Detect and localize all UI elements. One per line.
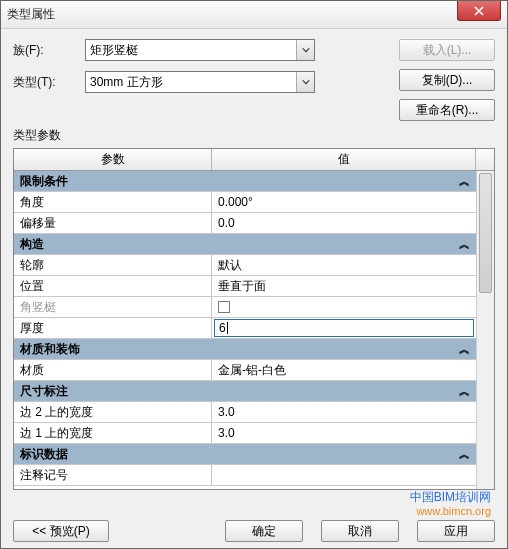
type-combo[interactable]: 30mm 正方形 [85,71,315,93]
group-constraints[interactable]: 限制条件 ︽ [14,171,476,192]
grid-header: 参数 值 [14,149,494,171]
row-thickness[interactable]: 厚度 6 [14,318,476,339]
chevron-down-icon [296,72,314,92]
watermark: 中国BIM培训网 www.bimcn.org [410,490,491,518]
header-scroll-spacer [476,149,494,170]
dialog-body: 族(F): 矩形竖梃 类型(T): 30mm 正方形 载入(L)... 复制( [1,29,507,490]
titlebar[interactable]: 类型属性 [1,1,507,29]
row-material[interactable]: 材质 金属-铝-白色 [14,360,476,381]
group-identity[interactable]: 标识数据 ︽ [14,444,476,465]
family-combo[interactable]: 矩形竖梃 [85,39,315,61]
ok-button[interactable]: 确定 [225,520,303,542]
type-label: 类型(T): [13,74,85,91]
collapse-icon: ︽ [459,237,470,252]
cancel-button[interactable]: 取消 [321,520,399,542]
row-offset[interactable]: 偏移量 0.0 [14,213,476,234]
corner-mullion-checkbox [218,301,230,313]
preview-button[interactable]: << 预览(P) [13,520,109,542]
rename-button[interactable]: 重命名(R)... [399,99,495,121]
family-combo-text: 矩形竖梃 [90,42,138,59]
load-button: 载入(L)... [399,39,495,61]
row-profile[interactable]: 轮廓 默认 [14,255,476,276]
group-construction[interactable]: 构造 ︽ [14,234,476,255]
row-keynote[interactable]: 注释记号 [14,465,476,486]
dialog-footer: << 预览(P) 确定 取消 应用 [1,520,507,542]
thickness-input[interactable]: 6 [214,319,474,337]
close-button[interactable] [457,1,501,21]
chevron-down-icon [296,40,314,60]
duplicate-button[interactable]: 复制(D)... [399,69,495,91]
header-param[interactable]: 参数 [14,149,212,170]
scrollbar-thumb[interactable] [479,173,492,293]
type-properties-dialog: 类型属性 族(F): 矩形竖梃 类型(T): 30mm 正方形 [0,0,508,549]
type-combo-text: 30mm 正方形 [90,74,163,91]
vertical-scrollbar[interactable] [476,171,494,489]
collapse-icon: ︽ [459,384,470,399]
collapse-icon: ︽ [459,342,470,357]
collapse-icon: ︽ [459,174,470,189]
type-params-label: 类型参数 [13,127,495,144]
text-caret [227,322,228,334]
row-corner-mullion: 角竖梃 [14,297,476,318]
params-grid: 参数 值 限制条件 ︽ 角度 0.000° 偏移量 0.0 [13,148,495,490]
row-width1[interactable]: 边 1 上的宽度 3.0 [14,423,476,444]
close-icon [474,6,484,16]
group-material[interactable]: 材质和装饰 ︽ [14,339,476,360]
family-label: 族(F): [13,42,85,59]
grid-rows: 限制条件 ︽ 角度 0.000° 偏移量 0.0 构造 ︽ [14,171,476,489]
row-angle[interactable]: 角度 0.000° [14,192,476,213]
apply-button[interactable]: 应用 [417,520,495,542]
row-width2[interactable]: 边 2 上的宽度 3.0 [14,402,476,423]
window-title: 类型属性 [7,6,55,23]
row-position[interactable]: 位置 垂直于面 [14,276,476,297]
group-dimensions[interactable]: 尺寸标注 ︽ [14,381,476,402]
header-value[interactable]: 值 [212,149,476,170]
collapse-icon: ︽ [459,447,470,462]
